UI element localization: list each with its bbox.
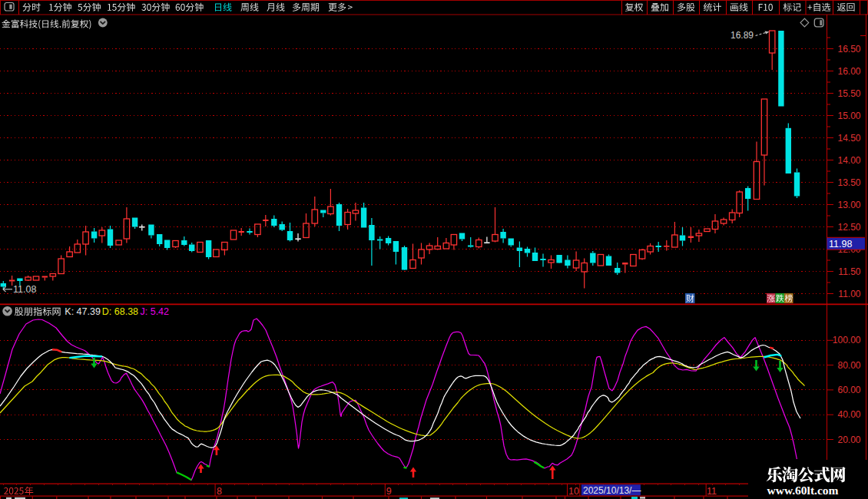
svg-text:2025/10/13/—: 2025/10/13/— — [583, 485, 641, 496]
svg-text:11.08: 11.08 — [13, 284, 36, 295]
svg-text:D: 68.38: D: 68.38 — [102, 306, 138, 317]
svg-text:14.00: 14.00 — [837, 155, 860, 166]
svg-text:16.00: 16.00 — [837, 66, 860, 77]
svg-text:100.00: 100.00 — [833, 335, 861, 345]
svg-text:80.00: 80.00 — [837, 360, 860, 371]
svg-text:13.00: 13.00 — [837, 200, 860, 210]
svg-text:16.89: 16.89 — [731, 30, 754, 41]
svg-text:15.00: 15.00 — [837, 111, 860, 121]
svg-text:20.00: 20.00 — [837, 435, 860, 445]
svg-text:12.50: 12.50 — [837, 222, 860, 233]
svg-text:13.50: 13.50 — [837, 177, 860, 188]
svg-text:60.00: 60.00 — [837, 385, 860, 395]
svg-text:www.60lt.com: www.60lt.com — [767, 484, 839, 497]
svg-text:11.50: 11.50 — [838, 266, 860, 277]
svg-text:16.50: 16.50 — [837, 44, 860, 55]
svg-text:14.50: 14.50 — [837, 133, 860, 144]
svg-text:11.98: 11.98 — [829, 239, 852, 250]
svg-text:K: 47.39: K: 47.39 — [65, 306, 101, 317]
svg-text:J: 5.42: J: 5.42 — [141, 306, 170, 317]
svg-text:8: 8 — [217, 486, 222, 497]
svg-text:40.00: 40.00 — [837, 409, 860, 420]
svg-text:9: 9 — [386, 486, 392, 497]
svg-text:11: 11 — [707, 486, 717, 497]
svg-text:15.50: 15.50 — [837, 88, 860, 99]
svg-text:10: 10 — [568, 486, 579, 497]
svg-text:11.00: 11.00 — [838, 289, 860, 299]
